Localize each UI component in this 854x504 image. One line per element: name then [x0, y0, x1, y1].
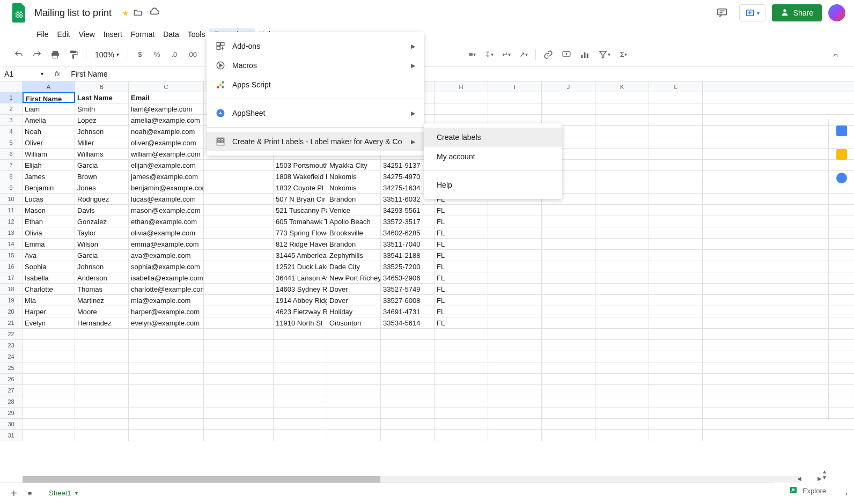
- cell-J25[interactable]: [542, 362, 595, 373]
- row-header-8[interactable]: 8: [0, 171, 23, 182]
- cell-I12[interactable]: [488, 216, 542, 227]
- cell-A4[interactable]: Noah: [23, 126, 75, 137]
- cell-J19[interactable]: [542, 295, 595, 306]
- cell-D7[interactable]: [204, 160, 274, 171]
- row-header-15[interactable]: 15: [0, 250, 23, 261]
- cell-F17[interactable]: New Port Richey: [327, 272, 381, 283]
- cell-K14[interactable]: [595, 239, 649, 249]
- cell-A7[interactable]: Elijah: [23, 160, 75, 171]
- cell-D24[interactable]: [204, 351, 274, 362]
- cell-D17[interactable]: [204, 272, 274, 283]
- cell-I22[interactable]: [488, 329, 542, 339]
- cell-G11[interactable]: 34293-5561: [381, 205, 435, 216]
- cell-C19[interactable]: mia@example.com: [129, 295, 204, 306]
- cell-I25[interactable]: [488, 362, 542, 373]
- menu-insert[interactable]: Insert: [99, 28, 127, 41]
- cell-K27[interactable]: [595, 385, 649, 396]
- cell-G21[interactable]: 33534-5614: [381, 317, 435, 328]
- cell-C20[interactable]: harper@example.com: [129, 306, 204, 317]
- cell-J1[interactable]: [542, 92, 595, 103]
- sheets-logo[interactable]: [9, 2, 30, 24]
- cell-K30[interactable]: [595, 419, 649, 429]
- cell-B23[interactable]: [75, 340, 129, 351]
- cell-L23[interactable]: [649, 340, 703, 351]
- cell-C27[interactable]: [129, 385, 204, 396]
- cell-E16[interactable]: 12521 Duck Lake Can: [274, 261, 327, 272]
- cell-A14[interactable]: Emma: [23, 239, 75, 249]
- cell-K11[interactable]: [595, 205, 649, 216]
- cell-A16[interactable]: Sophia: [23, 261, 75, 272]
- comments-button[interactable]: [711, 2, 733, 24]
- cell-K19[interactable]: [595, 295, 649, 306]
- cell-E23[interactable]: [274, 340, 327, 351]
- cell-K22[interactable]: [595, 329, 649, 339]
- col-header-J[interactable]: J: [542, 81, 595, 92]
- cell-I11[interactable]: [488, 205, 542, 216]
- row-header-12[interactable]: 12: [0, 216, 23, 227]
- cell-A25[interactable]: [23, 362, 75, 373]
- explore-button[interactable]: Explore: [782, 482, 833, 500]
- cell-F21[interactable]: Gibsonton: [327, 317, 381, 328]
- cell-G27[interactable]: [381, 385, 435, 396]
- cell-A29[interactable]: [23, 407, 75, 418]
- cell-F13[interactable]: Brooksville: [327, 227, 381, 238]
- cell-B30[interactable]: [75, 419, 129, 429]
- submenu-my-account[interactable]: My account: [424, 147, 562, 166]
- cell-K12[interactable]: [595, 216, 649, 227]
- cell-A1[interactable]: First Name: [23, 92, 75, 103]
- cell-I29[interactable]: [488, 407, 542, 418]
- add-sheet-button[interactable]: +: [9, 485, 19, 502]
- cell-J12[interactable]: [542, 216, 595, 227]
- cell-K4[interactable]: [595, 126, 649, 137]
- cell-B15[interactable]: Garcia: [75, 250, 129, 261]
- cell-I21[interactable]: [488, 317, 542, 328]
- cell-K13[interactable]: [595, 227, 649, 238]
- cell-B2[interactable]: Smith: [75, 103, 129, 114]
- cell-L4[interactable]: [649, 126, 703, 137]
- cell-C22[interactable]: [129, 329, 204, 339]
- cell-K16[interactable]: [595, 261, 649, 272]
- print-button[interactable]: [47, 47, 63, 63]
- cell-H19[interactable]: FL: [435, 295, 488, 306]
- cell-L9[interactable]: [649, 182, 703, 193]
- cell-D13[interactable]: [204, 227, 274, 238]
- cell-J27[interactable]: [542, 385, 595, 396]
- cell-E10[interactable]: 507 N Bryan Cir: [274, 194, 327, 204]
- cell-J13[interactable]: [542, 227, 595, 238]
- cell-E11[interactable]: 521 Tuscanny Park Lo: [274, 205, 327, 216]
- cell-A5[interactable]: Oliver: [23, 137, 75, 148]
- col-header-H[interactable]: H: [435, 81, 488, 92]
- cell-K21[interactable]: [595, 317, 649, 328]
- cell-C4[interactable]: noah@example.com: [129, 126, 204, 137]
- ext-macros[interactable]: Macros ▶: [207, 56, 424, 75]
- cell-K29[interactable]: [595, 407, 649, 418]
- ext-apps-script[interactable]: Apps Script: [207, 75, 424, 94]
- cell-K24[interactable]: [595, 351, 649, 362]
- link-button[interactable]: [540, 47, 556, 63]
- cell-I30[interactable]: [488, 419, 542, 429]
- cell-A27[interactable]: [23, 385, 75, 396]
- paint-format-button[interactable]: [65, 47, 82, 63]
- cell-B3[interactable]: Lopez: [75, 115, 129, 125]
- align-button[interactable]: ≡▾: [465, 47, 480, 62]
- cell-E19[interactable]: 1914 Abbey Ridge Dr: [274, 295, 327, 306]
- cell-G30[interactable]: [381, 419, 435, 429]
- calendar-icon[interactable]: [836, 125, 847, 136]
- wrap-button[interactable]: ↵▾: [499, 47, 514, 62]
- cell-I27[interactable]: [488, 385, 542, 396]
- cell-D28[interactable]: [204, 396, 274, 407]
- move-icon[interactable]: [133, 8, 143, 19]
- cell-D14[interactable]: [204, 239, 274, 249]
- cell-C10[interactable]: lucas@example.com: [129, 194, 204, 204]
- cell-I18[interactable]: [488, 284, 542, 294]
- cell-A31[interactable]: [23, 430, 75, 441]
- cell-A20[interactable]: Harper: [23, 306, 75, 317]
- cell-A26[interactable]: [23, 374, 75, 384]
- scroll-down-icon[interactable]: ▼: [822, 475, 827, 480]
- row-header-16[interactable]: 16: [0, 261, 23, 272]
- row-header-4[interactable]: 4: [0, 126, 23, 137]
- cell-F14[interactable]: Brandon: [327, 239, 381, 249]
- cell-L27[interactable]: [649, 385, 703, 396]
- cell-G24[interactable]: [381, 351, 435, 362]
- cell-B22[interactable]: [75, 329, 129, 339]
